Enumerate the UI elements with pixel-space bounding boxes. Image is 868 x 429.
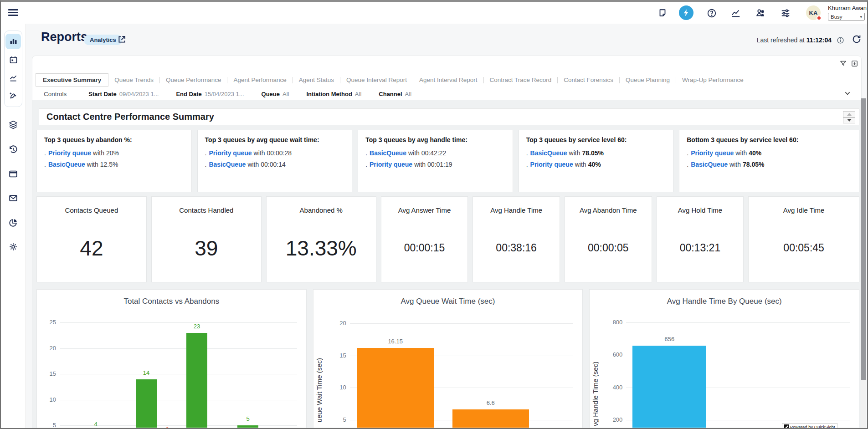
- sidebar-item-calendar[interactable]: [5, 52, 21, 67]
- bar-avg-queue-wait-time-1[interactable]: [452, 409, 529, 428]
- kpi-value: 00:13:21: [680, 242, 721, 254]
- tab-queue-interval-report[interactable]: Queue Interval Report: [340, 74, 413, 86]
- insight-title: Top 3 queues by avg queue wait time:: [205, 136, 345, 143]
- y-tick-label: 600: [590, 351, 622, 358]
- bar-value-label: 16.15: [382, 338, 409, 345]
- insight-item: .Priority queuewith40%: [687, 148, 852, 159]
- filter-initiation-method[interactable]: Intiation Method All: [306, 91, 361, 97]
- y-tick-label: 20: [313, 320, 346, 327]
- analytics-badge: Analytics: [84, 35, 122, 45]
- y-tick-label: 25: [37, 319, 56, 326]
- tab-agent-interval-report[interactable]: Agent Interval Report: [413, 74, 483, 86]
- y-tick-label: 20: [37, 345, 56, 352]
- line-chart-icon: [9, 73, 18, 83]
- bar-total-contacts-3[interactable]: [237, 425, 258, 428]
- spinner-down-button[interactable]: [843, 117, 855, 124]
- bar-avg-queue-wait-time-0[interactable]: [357, 348, 434, 428]
- users-icon[interactable]: [755, 8, 765, 18]
- sidebar-group: [4, 31, 22, 107]
- filter-start-date[interactable]: Start Date 09/04/2023 1...: [88, 91, 159, 97]
- kpi-value: 00:00:15: [404, 242, 445, 254]
- filter-queue[interactable]: Queue All: [262, 91, 289, 97]
- y-tick-label: 15: [313, 352, 346, 359]
- tab-contact-forensics[interactable]: Contact Forensics: [558, 74, 619, 86]
- filter-icon[interactable]: [839, 60, 847, 67]
- controls-bar: Controls Start Date 09/04/2023 1... End …: [32, 88, 861, 100]
- dashboard-content: Contact Centre Performance Summary Top 3…: [32, 100, 861, 428]
- gridline: [60, 400, 297, 400]
- sliders-icon[interactable]: [781, 8, 791, 18]
- kpi-abandoned-pct: Abandoned % 13.33%: [266, 196, 376, 282]
- controls-collapse-chevron-icon[interactable]: [844, 90, 851, 97]
- calendar-icon: [9, 55, 18, 65]
- sidebar-item-layers[interactable]: [8, 120, 18, 130]
- powered-by-text: Powered by QuickSight: [790, 424, 835, 429]
- filter-channel[interactable]: Channel All: [379, 91, 411, 97]
- tab-agent-status[interactable]: Agent Status: [293, 74, 340, 86]
- external-link-icon[interactable]: [117, 35, 127, 44]
- tab-queue-trends[interactable]: Queue Trends: [108, 74, 159, 86]
- insight-card-top-service-level: Top 3 queues by service level 60: .Basic…: [519, 130, 674, 192]
- quicksight-logo-icon: [784, 424, 789, 429]
- bar-total-contacts-1[interactable]: [136, 379, 157, 428]
- help-icon[interactable]: [707, 8, 717, 18]
- tab-executive-summary[interactable]: Executive Summary: [36, 73, 108, 87]
- menu-icon[interactable]: [8, 8, 18, 18]
- tab-queue-performance[interactable]: Queue Performance: [160, 74, 227, 86]
- sidebar-item-usage[interactable]: [8, 218, 18, 228]
- triangle-up-icon: [847, 113, 852, 116]
- scrollbar-thumb[interactable]: [861, 98, 866, 380]
- info-icon[interactable]: [837, 36, 844, 44]
- insight-title: Bottom 3 queues by service level 60:: [687, 136, 852, 143]
- filter-label: Intiation Method: [306, 91, 352, 97]
- kpi-contacts-handled: Contacts Handled 39: [151, 196, 262, 282]
- app-window: KA Khurram Awan Busy ▾: [0, 0, 868, 429]
- sidebar-item-reports[interactable]: [5, 34, 21, 49]
- sidebar-item-history[interactable]: [8, 144, 18, 154]
- layers-icon: [8, 120, 18, 130]
- avatar[interactable]: KA: [806, 5, 821, 20]
- insight-item: .Priority queuewith20%: [44, 148, 184, 159]
- gear-icon: [8, 242, 18, 252]
- tab-queue-planning[interactable]: Queue Planning: [620, 74, 676, 86]
- kpi-value: 00:38:16: [496, 242, 537, 254]
- kpi-label: Contacts Queued: [65, 206, 118, 214]
- sidebar-item-metrics[interactable]: [5, 70, 21, 86]
- sidebar-item-mail[interactable]: [8, 193, 18, 203]
- bar-avg-handle-time-0[interactable]: [632, 346, 706, 428]
- sidebar-item-window[interactable]: [8, 169, 18, 179]
- export-icon[interactable]: [851, 60, 858, 67]
- filter-end-date[interactable]: End Date 15/04/2023 1...: [176, 91, 244, 97]
- flash-icon[interactable]: [679, 5, 693, 20]
- user-name: Khurram Awan: [828, 5, 867, 11]
- tab-contract-trace-record[interactable]: Contract Trace Record: [484, 74, 558, 86]
- gridline: [626, 322, 850, 323]
- metrics-icon[interactable]: [731, 8, 741, 18]
- notes-icon[interactable]: [657, 8, 668, 18]
- sidebar-item-customize[interactable]: [5, 88, 21, 104]
- refresh-icon[interactable]: [852, 34, 862, 44]
- bar-value-label: 656: [656, 336, 683, 342]
- chart-plot: 2520151054142353: [37, 290, 306, 428]
- chart-avg-queue-wait-time: Avg Queue Wait Time (sec) ueue Wait Time…: [313, 289, 583, 428]
- y-tick-label: 200: [590, 416, 622, 423]
- tab-agent-performance[interactable]: Agent Performance: [227, 74, 292, 86]
- bar-total-contacts-2[interactable]: [186, 333, 207, 428]
- avatar-initials: KA: [809, 10, 818, 16]
- status-select[interactable]: Busy ▾: [828, 13, 865, 20]
- reports-panel: Executive Summary Queue Trends Queue Per…: [32, 56, 862, 428]
- vertical-scrollbar[interactable]: [861, 98, 866, 429]
- customize-brush-icon: [9, 92, 18, 101]
- bar-value-label: 3: [154, 426, 181, 428]
- sheet-spinner: [843, 111, 855, 123]
- insight-card-abandon: Top 3 queues by abandon %: .Priority que…: [36, 130, 192, 192]
- kpi-value: 39: [195, 236, 218, 260]
- insight-title: Top 3 queues by avg handle time:: [365, 136, 505, 143]
- mail-icon: [8, 193, 18, 203]
- insight-title: Top 3 queues by service level 60:: [526, 136, 666, 143]
- tab-wrap-up-performance[interactable]: Wrap-Up Performance: [676, 74, 750, 86]
- sidebar-item-settings[interactable]: [8, 242, 18, 252]
- spinner-up-button[interactable]: [843, 111, 855, 117]
- insight-item: .Priority queuewith00:01:19: [365, 159, 505, 170]
- filter-value: All: [355, 91, 361, 97]
